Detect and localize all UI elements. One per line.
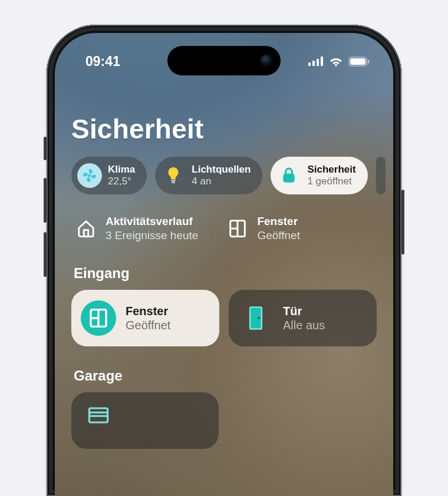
svg-point-21 [258,317,260,319]
card-garage[interactable] [71,392,219,449]
card-fenster-label: Fenster [126,304,170,318]
pill-lights-value: 4 an [192,176,251,187]
category-pill-row[interactable]: Klima 22,5° Lichtquellen 4 an [71,157,377,194]
info-window-value: Geöffnet [257,229,300,243]
svg-rect-10 [172,182,175,183]
pill-overflow[interactable] [376,157,386,194]
svg-point-8 [88,174,91,177]
window-icon [81,300,116,336]
info-activity-label: Aktivitätsverlauf [106,214,198,229]
pill-security-value: 1 geöffnet [307,176,355,187]
pill-lights-label: Lichtquellen [192,164,251,176]
pill-security[interactable]: Sicherheit 1 geöffnet [271,157,367,194]
pill-security-label: Sicherheit [307,164,355,176]
pill-lights[interactable]: Lichtquellen 4 an [155,157,262,194]
section-title-eingang: Eingang [74,265,377,282]
svg-rect-12 [84,230,88,236]
lightbulb-icon [161,163,186,188]
card-tuer[interactable]: Tür Alle aus [229,290,377,346]
info-window-label: Fenster [257,214,300,229]
page-title: Sicherheit [71,113,377,145]
section-title-garage: Garage [74,368,377,384]
pill-climate-label: Klima [108,164,135,176]
info-activity-value: 3 Ereignisse heute [106,229,198,243]
garage-icon [81,403,116,438]
card-tuer-label: Tür [283,304,325,318]
phone-power-button [401,190,404,254]
svg-rect-19 [250,307,262,329]
phone-side-button [44,137,47,160]
phone-volume-down [44,232,47,277]
door-icon [238,300,274,336]
card-fenster[interactable]: Fenster Geöffnet [71,290,219,346]
card-fenster-value: Geöffnet [126,318,170,332]
card-tuer-value: Alle aus [283,318,325,332]
info-activity[interactable]: Aktivitätsverlauf 3 Ereignisse heute [75,214,198,243]
content: Sicherheit [55,33,393,496]
window-icon [226,217,249,240]
fan-icon [77,163,102,188]
svg-rect-11 [284,174,295,183]
eingang-row: Fenster Geöffnet Tür Alle aus [71,290,377,346]
info-window[interactable]: Fenster Geöffnet [226,214,300,243]
pill-climate-value: 22,5° [108,176,135,187]
svg-rect-9 [172,180,176,182]
pill-climate[interactable]: Klima 22,5° [71,157,147,194]
lock-icon [276,163,301,188]
phone-volume-up [44,178,47,223]
home-icon [75,217,97,240]
info-row: Aktivitätsverlauf 3 Ereignisse heute Fen… [71,214,377,243]
screen: 09:41 [55,33,393,496]
phone-frame: 09:41 [47,25,401,496]
